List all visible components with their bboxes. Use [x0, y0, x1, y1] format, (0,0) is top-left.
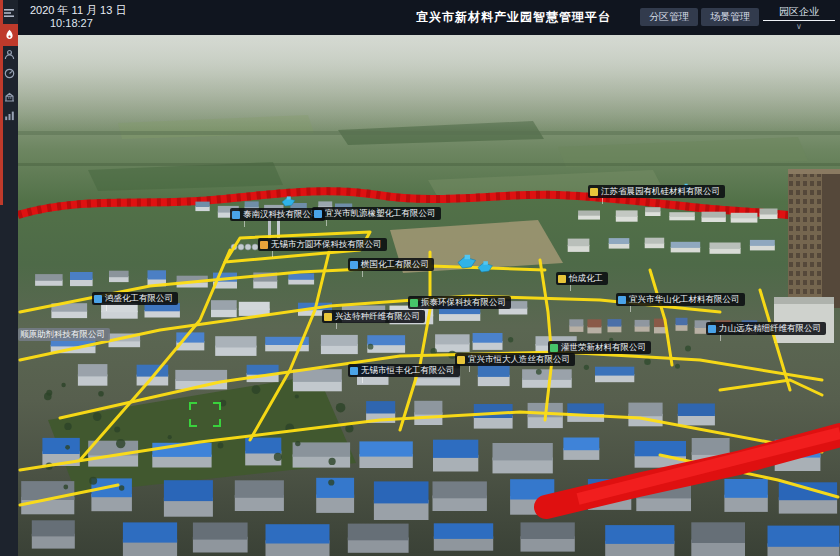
company-label-text: 鸿盛化工有限公司 — [105, 292, 173, 305]
company-label-text: 兴达特种纤维有限公司 — [335, 310, 420, 323]
label-leader-line — [272, 251, 273, 257]
current-date: 2020 年 11 月 13 日 — [30, 4, 126, 17]
horizon-haze — [18, 35, 840, 130]
factory-icon — [590, 188, 598, 196]
park-enterprise-label: 园区企业 — [763, 6, 835, 18]
factory-icon — [314, 210, 322, 218]
company-label[interactable]: 无锡市恒丰化工有限公司 — [348, 364, 460, 377]
label-leader-line — [244, 221, 245, 227]
gauge-icon[interactable] — [0, 63, 18, 83]
factory-icon — [410, 299, 418, 307]
label-leader-line — [469, 366, 470, 372]
company-label[interactable]: 兴达特种纤维有限公司 — [322, 310, 425, 323]
company-label-text: 顺原助剂科技有限公司 — [20, 328, 105, 341]
left-sidebar — [0, 0, 18, 556]
company-label-text: 振泰环保科技有限公司 — [421, 296, 506, 309]
factory-icon — [232, 211, 240, 219]
label-leader-line — [720, 335, 721, 341]
company-label[interactable]: 无锡市方圆环保科技有限公司 — [258, 238, 387, 251]
company-label[interactable]: 横国化工有限公司 — [348, 258, 434, 271]
company-label[interactable]: 振泰环保科技有限公司 — [408, 296, 511, 309]
company-label-text: 横国化工有限公司 — [361, 258, 429, 271]
factory-icon — [457, 356, 465, 364]
company-label[interactable]: 顺原助剂科技有限公司 — [18, 328, 110, 341]
user-icon[interactable] — [0, 44, 18, 64]
company-label[interactable]: 力山远东精细纤维有限公司 — [706, 322, 826, 335]
page-title: 宜兴市新材料产业园智慧管理平台 — [416, 9, 611, 26]
factory-icon — [618, 296, 626, 304]
factory-icon — [550, 344, 558, 352]
factory-icon — [708, 325, 716, 333]
label-leader-line — [362, 271, 363, 277]
factory-icon — [324, 313, 332, 321]
zone-management-button[interactable]: 分区管理 — [640, 8, 698, 26]
label-leader-line — [336, 323, 337, 329]
company-label[interactable]: 怡成化工 — [556, 272, 608, 285]
menu-icon[interactable] — [0, 3, 18, 23]
company-label-text: 怡成化工 — [569, 272, 603, 285]
datetime-block: 2020 年 11 月 13 日 10:18:27 — [30, 4, 126, 30]
company-label[interactable]: 鸿盛化工有限公司 — [92, 292, 178, 305]
company-label-text: 力山远东精细纤维有限公司 — [719, 322, 821, 335]
company-label-text: 宜兴市凯源橡塑化工有限公司 — [325, 207, 436, 220]
label-leader-line — [570, 285, 571, 291]
label-leader-line — [362, 377, 363, 383]
bar-chart-icon[interactable] — [0, 105, 18, 125]
company-label-text: 无锡市恒丰化工有限公司 — [361, 364, 455, 377]
dropdown-underline — [763, 20, 835, 21]
current-time: 10:18:27 — [50, 17, 126, 30]
company-label-text: 江苏省晨园有机硅材料有限公司 — [601, 185, 720, 198]
company-label[interactable]: 泰南汉科技有限公司 — [230, 208, 325, 221]
company-label[interactable]: 宜兴市凯源橡塑化工有限公司 — [312, 207, 441, 220]
factory-icon — [260, 241, 268, 249]
company-label-text: 泰南汉科技有限公司 — [243, 208, 320, 221]
chevron-down-icon: ∨ — [763, 22, 835, 31]
label-leader-line — [326, 220, 327, 226]
company-label[interactable]: 宜兴市华山化工材料有限公司 — [616, 293, 745, 306]
factory-icon — [94, 295, 102, 303]
factory-icon — [350, 367, 358, 375]
company-label[interactable]: 宜兴市恒大人造丝有限公司 — [455, 353, 575, 366]
company-label[interactable]: 江苏省晨园有机硅材料有限公司 — [588, 185, 725, 198]
park-enterprise-dropdown[interactable]: 园区企业 ∨ — [763, 6, 835, 31]
label-leader-line — [106, 305, 107, 311]
factory-icon — [558, 275, 566, 283]
company-label-text: 灌世荣新材料有限公司 — [561, 341, 646, 354]
scene-management-button[interactable]: 场景管理 — [701, 8, 759, 26]
label-leader-line — [630, 306, 631, 312]
factory-icon — [350, 261, 358, 269]
map-3d-viewport[interactable]: 泰南汉科技有限公司宜兴市凯源橡塑化工有限公司无锡市方圆环保科技有限公司横国化工有… — [18, 35, 840, 556]
fire-icon[interactable] — [0, 24, 18, 46]
company-label-text: 无锡市方圆环保科技有限公司 — [271, 238, 382, 251]
company-label-text: 宜兴市恒大人造丝有限公司 — [468, 353, 570, 366]
label-leader-line — [602, 198, 603, 204]
factory-icon[interactable] — [0, 86, 18, 106]
company-label-text: 宜兴市华山化工材料有限公司 — [629, 293, 740, 306]
top-bar: 2020 年 11 月 13 日 10:18:27 宜兴市新材料产业园智慧管理平… — [18, 0, 840, 35]
